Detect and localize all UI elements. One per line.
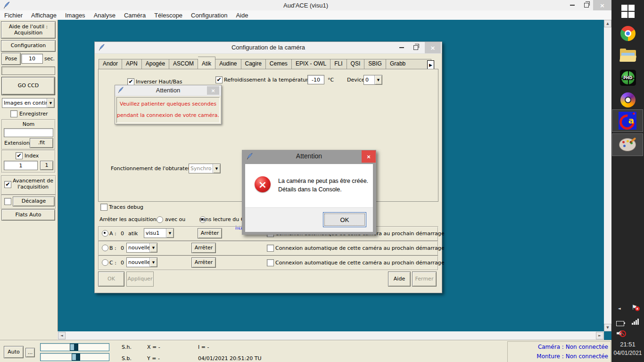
taskbar-item-chrome[interactable] bbox=[611, 26, 644, 41]
threshold-low-slider[interactable] bbox=[40, 353, 109, 361]
dialog-close-button[interactable]: × bbox=[425, 42, 441, 53]
menu-item-configuration[interactable]: Configuration bbox=[187, 12, 231, 19]
volume-muted-icon[interactable] bbox=[605, 329, 637, 337]
minimize-button[interactable] bbox=[566, 0, 579, 10]
enregistrer-checkbox[interactable] bbox=[10, 110, 17, 117]
ok-button[interactable]: OK bbox=[98, 272, 124, 287]
restore-button[interactable] bbox=[580, 0, 593, 10]
slot-a-stop-button[interactable]: Arrêter bbox=[198, 228, 222, 239]
stop-with-radio[interactable] bbox=[157, 216, 163, 223]
dropdown-arrow-icon[interactable]: ▼ bbox=[213, 164, 220, 173]
dropdown-arrow-icon[interactable]: ▼ bbox=[47, 99, 54, 107]
decalage-checkbox[interactable] bbox=[4, 198, 11, 205]
tab-qsi[interactable]: QSI bbox=[347, 59, 365, 69]
tool-help-button[interactable]: Aide de l'outil : Acquisition bbox=[1, 21, 56, 39]
index-input[interactable]: 1 bbox=[4, 161, 38, 170]
action-center-icon[interactable]: ⚑x bbox=[618, 304, 644, 311]
dropdown-arrow-icon[interactable]: ▼ bbox=[149, 258, 157, 267]
slot-b-stop-button[interactable]: Arrêter bbox=[191, 243, 216, 253]
menu-item-images[interactable]: Images bbox=[61, 12, 90, 19]
pose-input[interactable]: 10 bbox=[21, 54, 43, 64]
tab-fli[interactable]: FLI bbox=[330, 59, 347, 69]
error-ok-button[interactable]: OK bbox=[323, 212, 366, 227]
menu-item-telescope[interactable]: Télescope bbox=[150, 12, 187, 19]
slot-c-autoconnect-checkbox[interactable] bbox=[267, 259, 274, 266]
menu-item-camera[interactable]: Caméra bbox=[120, 12, 150, 19]
horizontal-scrollbar[interactable]: ◄ ► bbox=[58, 331, 604, 340]
fermer-label: Fermer bbox=[415, 276, 434, 282]
vertical-scrollbar[interactable]: ▲ ▼ bbox=[604, 20, 611, 331]
tab-sbig[interactable]: SBIG bbox=[364, 59, 386, 69]
scroll-left-button[interactable]: ◄ bbox=[58, 332, 66, 339]
scroll-up-button[interactable]: ▲ bbox=[604, 20, 611, 27]
invert-checkbox[interactable]: ✔ bbox=[127, 78, 134, 85]
avancement-checkbox[interactable]: ✔ bbox=[4, 181, 11, 188]
threshold-high-slider[interactable] bbox=[40, 343, 109, 351]
error-close-button[interactable]: × bbox=[362, 150, 376, 163]
taskbar-item-audace[interactable]: a ★ bbox=[612, 109, 643, 132]
more-thresholds-button[interactable]: ... bbox=[25, 348, 35, 357]
dropdown-arrow-icon[interactable]: ▼ bbox=[149, 243, 157, 252]
tab-apogee[interactable]: Apogée bbox=[142, 59, 169, 69]
dialog-minimize-button[interactable] bbox=[396, 42, 408, 53]
nom-input[interactable] bbox=[4, 128, 53, 137]
menu-item-fichier[interactable]: Fichier bbox=[0, 12, 27, 19]
cooling-temp-input[interactable]: -10 bbox=[307, 75, 324, 84]
dropdown-arrow-icon[interactable]: ▼ bbox=[166, 229, 173, 238]
slot-b-radio[interactable] bbox=[102, 245, 108, 251]
slot-a-select[interactable]: visu1 ▼ bbox=[144, 228, 174, 238]
slot-b-autoconnect-checkbox[interactable] bbox=[267, 245, 274, 252]
scroll-right-button[interactable]: ► bbox=[596, 332, 603, 339]
close-button[interactable]: × bbox=[593, 0, 611, 10]
index-reset-button[interactable]: 1 bbox=[40, 161, 53, 170]
acquisition-mode-select[interactable]: Images en continu ▼ bbox=[2, 98, 55, 108]
slot-c-radio[interactable] bbox=[102, 259, 108, 266]
help-button[interactable]: Aide bbox=[388, 272, 411, 287]
decalage-button[interactable]: Décalage bbox=[13, 197, 55, 206]
invert-label: Inverser Haut/Bas bbox=[136, 79, 182, 85]
wait-close-button[interactable]: × bbox=[207, 86, 219, 95]
menu-item-aide[interactable]: Aide bbox=[231, 12, 252, 19]
traces-debug-checkbox[interactable] bbox=[100, 204, 107, 211]
tab-audine[interactable]: Audine bbox=[215, 59, 241, 69]
menu-item-analyse[interactable]: Analyse bbox=[90, 12, 120, 19]
tab-webcam-grabber[interactable]: WebCam - Grabb bbox=[386, 59, 431, 69]
slider-handle[interactable] bbox=[72, 354, 80, 361]
tab-epix-owl[interactable]: EPIX - OWL bbox=[292, 59, 330, 69]
auto-button[interactable]: Auto bbox=[4, 346, 24, 358]
tab-ascom[interactable]: ASCOM bbox=[169, 59, 198, 69]
tab-andor[interactable]: Andor bbox=[99, 59, 122, 69]
slot-a-radio[interactable] bbox=[102, 230, 108, 237]
tab-cemes[interactable]: Cemes bbox=[266, 59, 292, 69]
clock-date[interactable]: 04/01/2021 bbox=[611, 350, 644, 356]
fermer-button[interactable]: Fermer bbox=[412, 272, 437, 287]
taskbar-item-explorer[interactable] bbox=[611, 49, 644, 62]
index-checkbox[interactable]: ✔ bbox=[16, 152, 23, 159]
tab-cagire[interactable]: Cagire bbox=[241, 59, 266, 69]
taskbar-item-paint[interactable] bbox=[612, 133, 643, 156]
flats-auto-button[interactable]: Flats Auto bbox=[1, 209, 55, 221]
slot-c-stop-button[interactable]: Arrêter bbox=[191, 257, 216, 268]
tab-apn[interactable]: APN bbox=[122, 59, 142, 69]
tab-atik[interactable]: Atik bbox=[198, 57, 215, 69]
network-signal-icon[interactable] bbox=[619, 319, 644, 325]
apply-button[interactable]: Appliquer bbox=[126, 272, 154, 287]
device-select[interactable]: 0 ▼ bbox=[363, 75, 382, 85]
slot-c-select[interactable]: nouvelle ▼ bbox=[126, 257, 157, 267]
tab-overflow-button[interactable]: ▶ bbox=[427, 60, 434, 70]
configuration-button[interactable]: Configuration bbox=[1, 40, 56, 52]
clock-time[interactable]: 21:51 bbox=[611, 341, 644, 348]
slider-handle[interactable] bbox=[70, 344, 78, 351]
taskbar-item-phd2[interactable]: PHD bbox=[611, 70, 644, 86]
menu-item-affichage[interactable]: Affichage bbox=[27, 12, 61, 19]
pose-button[interactable]: Pose bbox=[1, 53, 21, 65]
extension-button[interactable]: .fit bbox=[30, 138, 53, 148]
cooling-checkbox[interactable]: ✔ bbox=[215, 76, 223, 83]
dropdown-arrow-icon[interactable]: ▼ bbox=[374, 75, 382, 84]
dialog-restore-button[interactable] bbox=[410, 42, 422, 53]
slot-b-select[interactable]: nouvelle ▼ bbox=[126, 243, 157, 253]
start-button[interactable] bbox=[611, 5, 644, 18]
shutter-select[interactable]: Synchro ▼ bbox=[189, 164, 221, 173]
go-ccd-button[interactable]: GO CCD bbox=[1, 77, 55, 95]
taskbar-item-browser[interactable] bbox=[611, 92, 644, 107]
